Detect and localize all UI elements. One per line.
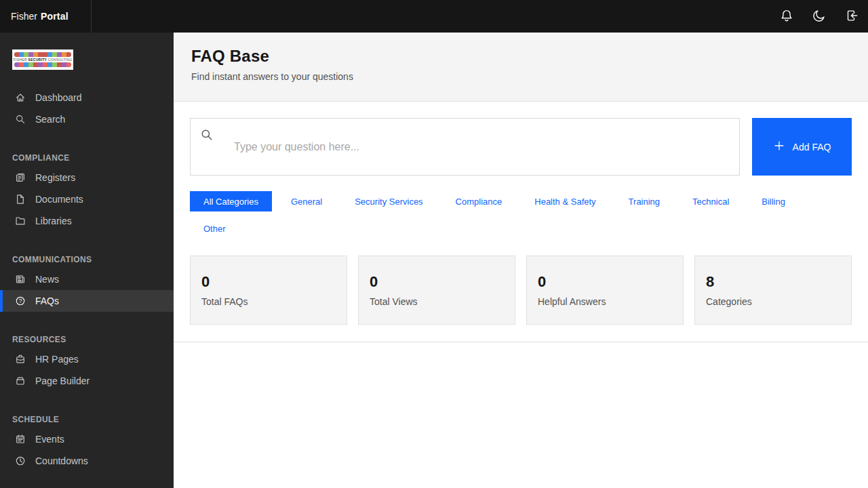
registers-icon [15, 172, 26, 183]
stats-row: 0Total FAQs0Total Views0Helpful Answers8… [190, 256, 852, 325]
sidebar-item-label: Registers [35, 172, 75, 183]
nav-section: SCHEDULEEventsCountdowns [0, 415, 174, 472]
search-row: Add FAQ [190, 118, 852, 176]
sidebar-item-events[interactable]: Events [0, 428, 174, 450]
document-icon [15, 194, 26, 205]
page-subtitle: Find instant answers to your questions [191, 71, 850, 82]
svg-text:?: ? [19, 298, 22, 304]
help-icon: ? [15, 296, 26, 306]
home-icon [15, 92, 26, 103]
sidebar-item-label: FAQs [35, 296, 59, 306]
sidebar-item-label: Libraries [35, 216, 72, 226]
nav-section: DashboardSearch [0, 87, 174, 130]
content-area: Add FAQ All CategoriesGeneralSecurity Se… [174, 102, 868, 342]
sidebar-item-libraries[interactable]: Libraries [0, 210, 174, 232]
nav-section-label-resources: RESOURCES [0, 335, 174, 344]
stat-card-total-faqs: 0Total FAQs [190, 256, 347, 325]
search-icon [15, 114, 26, 125]
logo-decoration-top [14, 52, 71, 57]
category-chip-general[interactable]: General [277, 191, 336, 211]
company-logo[interactable]: FISHER SECURITY CONSULTING [12, 49, 73, 70]
clock-icon [15, 455, 26, 466]
category-chip-technical[interactable]: Technical [679, 191, 743, 211]
stat-label: Total Views [370, 296, 504, 307]
question-search-input[interactable] [234, 119, 726, 175]
brand[interactable]: Fisher Portal [0, 0, 92, 33]
calendar-icon [15, 434, 26, 445]
category-chip-all-categories[interactable]: All Categories [190, 191, 272, 211]
sidebar-item-countdowns[interactable]: Countdowns [0, 450, 174, 472]
stat-card-total-views: 0Total Views [358, 256, 515, 325]
brand-name: Fisher [11, 11, 37, 22]
category-filter-bar: All CategoriesGeneralSecurity ServicesCo… [190, 191, 810, 239]
nav-section: COMMUNICATIONSNews?FAQs [0, 255, 174, 312]
sidebar-item-label: News [35, 274, 59, 285]
stat-card-helpful-answers: 0Helpful Answers [526, 256, 684, 325]
bell-icon [780, 9, 793, 24]
notifications-button[interactable] [770, 0, 803, 33]
sidebar-item-label: HR Pages [35, 354, 79, 365]
sidebar-item-page-builder[interactable]: Page Builder [0, 370, 174, 392]
sidebar-item-documents[interactable]: Documents [0, 188, 174, 210]
theme-toggle-button[interactable] [803, 0, 835, 33]
sidebar-item-news[interactable]: News [0, 268, 174, 290]
section-divider [174, 342, 868, 342]
folder-icon [15, 216, 26, 226]
nav-section-label-schedule: SCHEDULE [0, 415, 174, 424]
moon-icon [812, 9, 826, 24]
logout-icon [845, 9, 859, 24]
sidebar-item-label: Page Builder [35, 375, 90, 386]
sidebar-item-dashboard[interactable]: Dashboard [0, 87, 174, 108]
nav-section: RESOURCESHR PagesPage Builder [0, 335, 174, 392]
sidebar-item-label: Documents [35, 194, 83, 205]
sidebar-item-faqs[interactable]: ?FAQs [0, 290, 174, 312]
news-icon [15, 274, 26, 285]
brand-suffix: Portal [41, 11, 68, 22]
page-header: FAQ Base Find instant answers to your qu… [174, 33, 868, 102]
stat-value: 8 [706, 274, 840, 289]
add-faq-button[interactable]: Add FAQ [752, 118, 852, 176]
sidebar-item-label: Events [35, 434, 64, 445]
briefcase-icon [15, 354, 26, 365]
nav-section-label-communications: COMMUNICATIONS [0, 255, 174, 264]
topbar-spacer [92, 0, 770, 33]
topbar: Fisher Portal [0, 0, 868, 33]
nav-section: COMPLIANCERegistersDocumentsLibraries [0, 153, 174, 232]
stat-value: 0 [201, 274, 336, 289]
category-chip-compliance[interactable]: Compliance [442, 191, 516, 211]
main-content: FAQ Base Find instant answers to your qu… [174, 33, 868, 488]
stat-value: 0 [538, 274, 672, 289]
add-faq-label: Add FAQ [793, 142, 831, 152]
page-title: FAQ Base [191, 47, 850, 66]
logout-button[interactable] [835, 0, 868, 33]
sidebar-item-registers[interactable]: Registers [0, 167, 174, 188]
sidebar-item-search[interactable]: Search [0, 108, 174, 130]
sidebar-nav: DashboardSearchCOMPLIANCERegistersDocume… [0, 87, 174, 472]
sidebar-item-label: Countdowns [35, 455, 88, 466]
nav-section-label-compliance: COMPLIANCE [0, 153, 174, 163]
box-icon [15, 375, 26, 386]
category-chip-training[interactable]: Training [615, 191, 673, 211]
sidebar-item-hr-pages[interactable]: HR Pages [0, 348, 174, 370]
stat-label: Categories [706, 296, 840, 307]
sidebar-item-label: Search [35, 114, 65, 125]
search-box [190, 118, 740, 176]
stat-label: Helpful Answers [538, 296, 672, 307]
category-chip-health-safety[interactable]: Health & Safety [521, 191, 609, 211]
search-icon [200, 128, 214, 144]
logo-decoration-bottom [14, 62, 71, 67]
category-chip-billing[interactable]: Billing [748, 191, 799, 211]
logo-text: FISHER SECURITY CONSULTING [14, 58, 73, 62]
stat-value: 0 [370, 274, 504, 289]
plus-icon [773, 140, 785, 154]
stat-card-categories: 8Categories [694, 256, 852, 325]
sidebar: FISHER SECURITY CONSULTING DashboardSear… [0, 33, 174, 488]
category-chip-security-services[interactable]: Security Services [341, 191, 436, 211]
category-chip-other[interactable]: Other [190, 218, 239, 239]
stat-label: Total FAQs [201, 296, 336, 307]
sidebar-item-label: Dashboard [35, 92, 82, 103]
